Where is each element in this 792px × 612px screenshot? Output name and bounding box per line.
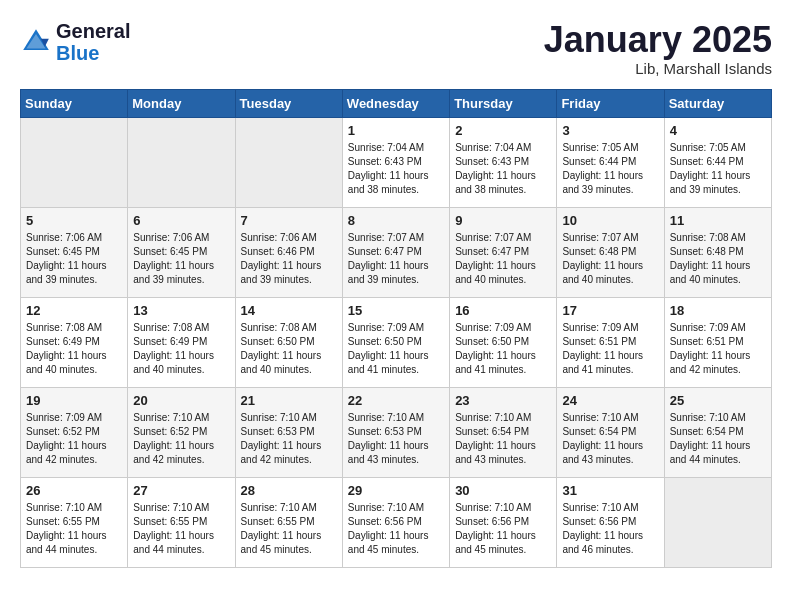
calendar-cell: 8Sunrise: 7:07 AM Sunset: 6:47 PM Daylig…: [342, 207, 449, 297]
calendar-cell: 23Sunrise: 7:10 AM Sunset: 6:54 PM Dayli…: [450, 387, 557, 477]
day-number: 4: [670, 123, 766, 138]
day-number: 20: [133, 393, 229, 408]
day-number: 3: [562, 123, 658, 138]
calendar-cell: [235, 117, 342, 207]
day-number: 11: [670, 213, 766, 228]
calendar-cell: 3Sunrise: 7:05 AM Sunset: 6:44 PM Daylig…: [557, 117, 664, 207]
day-number: 27: [133, 483, 229, 498]
calendar-table: SundayMondayTuesdayWednesdayThursdayFrid…: [20, 89, 772, 568]
calendar-cell: 12Sunrise: 7:08 AM Sunset: 6:49 PM Dayli…: [21, 297, 128, 387]
day-number: 6: [133, 213, 229, 228]
day-info: Sunrise: 7:06 AM Sunset: 6:45 PM Dayligh…: [26, 231, 122, 287]
day-info: Sunrise: 7:09 AM Sunset: 6:50 PM Dayligh…: [348, 321, 444, 377]
day-info: Sunrise: 7:10 AM Sunset: 6:55 PM Dayligh…: [26, 501, 122, 557]
calendar-cell: 5Sunrise: 7:06 AM Sunset: 6:45 PM Daylig…: [21, 207, 128, 297]
calendar-cell: 17Sunrise: 7:09 AM Sunset: 6:51 PM Dayli…: [557, 297, 664, 387]
day-info: Sunrise: 7:10 AM Sunset: 6:55 PM Dayligh…: [133, 501, 229, 557]
day-info: Sunrise: 7:10 AM Sunset: 6:54 PM Dayligh…: [455, 411, 551, 467]
calendar-cell: [664, 477, 771, 567]
calendar-cell: [21, 117, 128, 207]
day-info: Sunrise: 7:06 AM Sunset: 6:45 PM Dayligh…: [133, 231, 229, 287]
calendar-week-row: 5Sunrise: 7:06 AM Sunset: 6:45 PM Daylig…: [21, 207, 772, 297]
weekday-header: Friday: [557, 89, 664, 117]
calendar-week-row: 1Sunrise: 7:04 AM Sunset: 6:43 PM Daylig…: [21, 117, 772, 207]
day-info: Sunrise: 7:06 AM Sunset: 6:46 PM Dayligh…: [241, 231, 337, 287]
day-number: 16: [455, 303, 551, 318]
day-info: Sunrise: 7:07 AM Sunset: 6:47 PM Dayligh…: [348, 231, 444, 287]
calendar-cell: 21Sunrise: 7:10 AM Sunset: 6:53 PM Dayli…: [235, 387, 342, 477]
title-block: January 2025 Lib, Marshall Islands: [544, 20, 772, 77]
day-number: 2: [455, 123, 551, 138]
day-info: Sunrise: 7:07 AM Sunset: 6:47 PM Dayligh…: [455, 231, 551, 287]
day-number: 14: [241, 303, 337, 318]
day-number: 30: [455, 483, 551, 498]
weekday-header: Tuesday: [235, 89, 342, 117]
logo-line1: General: [56, 20, 130, 42]
calendar-cell: 29Sunrise: 7:10 AM Sunset: 6:56 PM Dayli…: [342, 477, 449, 567]
day-info: Sunrise: 7:08 AM Sunset: 6:48 PM Dayligh…: [670, 231, 766, 287]
day-number: 22: [348, 393, 444, 408]
calendar-cell: 16Sunrise: 7:09 AM Sunset: 6:50 PM Dayli…: [450, 297, 557, 387]
calendar-cell: 9Sunrise: 7:07 AM Sunset: 6:47 PM Daylig…: [450, 207, 557, 297]
day-number: 8: [348, 213, 444, 228]
calendar-cell: 19Sunrise: 7:09 AM Sunset: 6:52 PM Dayli…: [21, 387, 128, 477]
day-info: Sunrise: 7:10 AM Sunset: 6:56 PM Dayligh…: [455, 501, 551, 557]
calendar-cell: 28Sunrise: 7:10 AM Sunset: 6:55 PM Dayli…: [235, 477, 342, 567]
logo-line2: Blue: [56, 42, 130, 64]
day-info: Sunrise: 7:04 AM Sunset: 6:43 PM Dayligh…: [455, 141, 551, 197]
calendar-cell: 6Sunrise: 7:06 AM Sunset: 6:45 PM Daylig…: [128, 207, 235, 297]
day-number: 1: [348, 123, 444, 138]
day-number: 5: [26, 213, 122, 228]
day-number: 19: [26, 393, 122, 408]
calendar-week-row: 26Sunrise: 7:10 AM Sunset: 6:55 PM Dayli…: [21, 477, 772, 567]
day-info: Sunrise: 7:08 AM Sunset: 6:49 PM Dayligh…: [133, 321, 229, 377]
day-info: Sunrise: 7:09 AM Sunset: 6:51 PM Dayligh…: [670, 321, 766, 377]
calendar-cell: 31Sunrise: 7:10 AM Sunset: 6:56 PM Dayli…: [557, 477, 664, 567]
calendar-cell: 11Sunrise: 7:08 AM Sunset: 6:48 PM Dayli…: [664, 207, 771, 297]
calendar-cell: 26Sunrise: 7:10 AM Sunset: 6:55 PM Dayli…: [21, 477, 128, 567]
calendar-week-row: 12Sunrise: 7:08 AM Sunset: 6:49 PM Dayli…: [21, 297, 772, 387]
calendar-cell: 7Sunrise: 7:06 AM Sunset: 6:46 PM Daylig…: [235, 207, 342, 297]
calendar-cell: 20Sunrise: 7:10 AM Sunset: 6:52 PM Dayli…: [128, 387, 235, 477]
calendar-cell: 24Sunrise: 7:10 AM Sunset: 6:54 PM Dayli…: [557, 387, 664, 477]
day-number: 12: [26, 303, 122, 318]
day-info: Sunrise: 7:10 AM Sunset: 6:55 PM Dayligh…: [241, 501, 337, 557]
calendar-cell: 14Sunrise: 7:08 AM Sunset: 6:50 PM Dayli…: [235, 297, 342, 387]
day-info: Sunrise: 7:08 AM Sunset: 6:49 PM Dayligh…: [26, 321, 122, 377]
day-number: 15: [348, 303, 444, 318]
day-number: 13: [133, 303, 229, 318]
day-info: Sunrise: 7:07 AM Sunset: 6:48 PM Dayligh…: [562, 231, 658, 287]
day-number: 23: [455, 393, 551, 408]
day-info: Sunrise: 7:04 AM Sunset: 6:43 PM Dayligh…: [348, 141, 444, 197]
day-info: Sunrise: 7:05 AM Sunset: 6:44 PM Dayligh…: [670, 141, 766, 197]
day-number: 28: [241, 483, 337, 498]
day-number: 24: [562, 393, 658, 408]
calendar-cell: 30Sunrise: 7:10 AM Sunset: 6:56 PM Dayli…: [450, 477, 557, 567]
day-info: Sunrise: 7:05 AM Sunset: 6:44 PM Dayligh…: [562, 141, 658, 197]
calendar-cell: 1Sunrise: 7:04 AM Sunset: 6:43 PM Daylig…: [342, 117, 449, 207]
day-info: Sunrise: 7:10 AM Sunset: 6:53 PM Dayligh…: [348, 411, 444, 467]
day-info: Sunrise: 7:09 AM Sunset: 6:51 PM Dayligh…: [562, 321, 658, 377]
day-number: 10: [562, 213, 658, 228]
day-number: 29: [348, 483, 444, 498]
day-number: 25: [670, 393, 766, 408]
calendar-cell: [128, 117, 235, 207]
weekday-header: Saturday: [664, 89, 771, 117]
calendar-week-row: 19Sunrise: 7:09 AM Sunset: 6:52 PM Dayli…: [21, 387, 772, 477]
day-number: 26: [26, 483, 122, 498]
day-info: Sunrise: 7:10 AM Sunset: 6:54 PM Dayligh…: [670, 411, 766, 467]
calendar-cell: 27Sunrise: 7:10 AM Sunset: 6:55 PM Dayli…: [128, 477, 235, 567]
calendar-cell: 2Sunrise: 7:04 AM Sunset: 6:43 PM Daylig…: [450, 117, 557, 207]
day-number: 9: [455, 213, 551, 228]
day-info: Sunrise: 7:10 AM Sunset: 6:56 PM Dayligh…: [562, 501, 658, 557]
calendar-title: January 2025: [544, 20, 772, 60]
weekday-header: Thursday: [450, 89, 557, 117]
calendar-cell: 18Sunrise: 7:09 AM Sunset: 6:51 PM Dayli…: [664, 297, 771, 387]
calendar-cell: 22Sunrise: 7:10 AM Sunset: 6:53 PM Dayli…: [342, 387, 449, 477]
calendar-cell: 4Sunrise: 7:05 AM Sunset: 6:44 PM Daylig…: [664, 117, 771, 207]
calendar-subtitle: Lib, Marshall Islands: [544, 60, 772, 77]
day-number: 21: [241, 393, 337, 408]
weekday-header: Sunday: [21, 89, 128, 117]
calendar-cell: 10Sunrise: 7:07 AM Sunset: 6:48 PM Dayli…: [557, 207, 664, 297]
calendar-cell: 15Sunrise: 7:09 AM Sunset: 6:50 PM Dayli…: [342, 297, 449, 387]
